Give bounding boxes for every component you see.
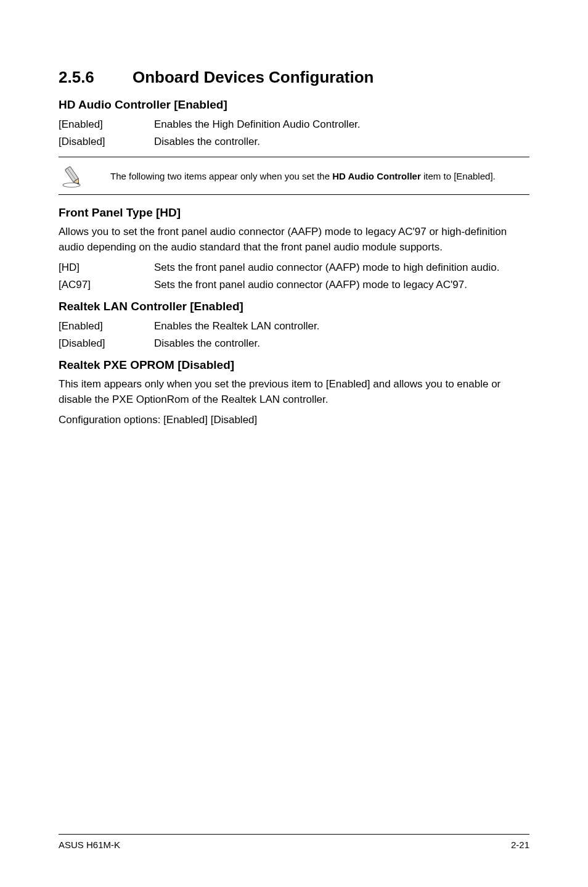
page-container: 2.5.6Onboard Devices Configuration HD Au… [0, 0, 588, 887]
option-key: [Enabled] [59, 117, 154, 133]
option-row: [AC97] Sets the front panel audio connec… [59, 277, 529, 293]
front-panel-block: Front Panel Type [HD] Allows you to set … [59, 206, 529, 292]
realtek-pxe-intro: This item appears only when you set the … [59, 377, 529, 407]
front-panel-heading: Front Panel Type [HD] [59, 206, 529, 220]
option-value: Sets the front panel audio connector (AA… [154, 277, 529, 293]
section-heading: 2.5.6Onboard Devices Configuration [59, 68, 529, 87]
option-key: [Enabled] [59, 318, 154, 334]
option-row: [Enabled] Enables the Realtek LAN contro… [59, 318, 529, 334]
front-panel-intro: Allows you to set the front panel audio … [59, 225, 529, 255]
footer-right: 2-21 [511, 840, 529, 850]
realtek-lan-heading: Realtek LAN Controller [Enabled] [59, 300, 529, 313]
option-key: [HD] [59, 260, 154, 276]
option-value: Enables the Realtek LAN controller. [154, 318, 529, 334]
page-footer: ASUS H61M-K 2-21 [59, 834, 529, 850]
option-row: [Disabled] Disables the controller. [59, 336, 529, 352]
realtek-pxe-config: Configuration options: [Enabled] [Disabl… [59, 413, 529, 428]
option-key: [Disabled] [59, 134, 154, 150]
realtek-lan-block: Realtek LAN Controller [Enabled] [Enable… [59, 300, 529, 351]
option-value: Enables the High Definition Audio Contro… [154, 117, 529, 133]
section-number: 2.5.6 [59, 68, 133, 87]
option-row: [HD] Sets the front panel audio connecto… [59, 260, 529, 276]
option-key: [Disabled] [59, 336, 154, 352]
pencil-icon [59, 163, 93, 188]
realtek-pxe-block: Realtek PXE OPROM [Disabled] This item a… [59, 358, 529, 427]
note-bold: HD Audio Controller [332, 171, 421, 181]
hd-audio-heading: HD Audio Controller [Enabled] [59, 98, 529, 112]
option-value: Disables the controller. [154, 134, 529, 150]
hd-audio-block: HD Audio Controller [Enabled] [Enabled] … [59, 98, 529, 149]
option-key: [AC97] [59, 277, 154, 293]
note-suffix: item to [Enabled]. [421, 171, 496, 181]
note-prefix: The following two items appear only when… [110, 171, 332, 181]
note-text: The following two items appear only when… [110, 170, 496, 183]
option-row: [Disabled] Disables the controller. [59, 134, 529, 150]
option-row: [Enabled] Enables the High Definition Au… [59, 117, 529, 133]
note-box: The following two items appear only when… [59, 157, 529, 195]
realtek-pxe-heading: Realtek PXE OPROM [Disabled] [59, 358, 529, 372]
footer-left: ASUS H61M-K [59, 840, 120, 850]
option-value: Disables the controller. [154, 336, 529, 352]
section-title: Onboard Devices Configuration [133, 68, 374, 86]
option-value: Sets the front panel audio connector (AA… [154, 260, 529, 276]
